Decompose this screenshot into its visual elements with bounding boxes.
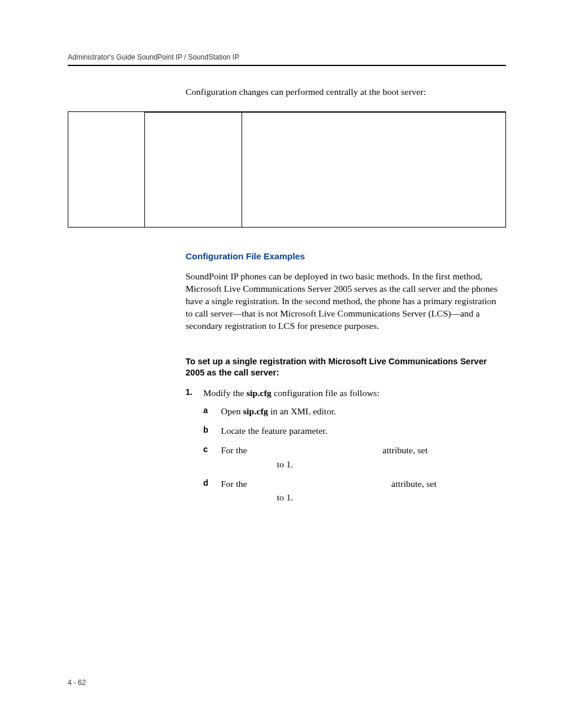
text: to 1. [277, 492, 293, 502]
text: configuration file as follows: [272, 388, 379, 398]
config-table [68, 111, 506, 228]
text: Modify the [203, 388, 246, 398]
substep-letter: a [203, 404, 208, 417]
substep-text: Open sip.cfg in an XML editor. [221, 406, 336, 416]
list-item: d For theattribute, set to 1. [203, 477, 500, 505]
filename: sip.cfg [246, 388, 272, 398]
text: in an XML editor. [268, 406, 336, 416]
text: For the [221, 479, 247, 489]
text: Open [221, 406, 243, 416]
substep-text: For theattribute, set to 1. [221, 445, 428, 469]
list-item: c For theattribute, set to 1. [203, 443, 500, 471]
text: attribute, set [382, 445, 428, 455]
filename: sip.cfg [243, 406, 268, 416]
section-heading-examples: Configuration File Examples [186, 251, 500, 261]
procedure-title: To set up a single registration with Mic… [186, 356, 500, 379]
substep-letter: c [203, 443, 208, 456]
lettered-list: a Open sip.cfg in an XML editor. b Locat… [203, 404, 500, 505]
list-item: a Open sip.cfg in an XML editor. [203, 404, 500, 418]
step-text: Modify the sip.cfg configuration file as… [203, 388, 379, 398]
substep-letter: b [203, 424, 209, 436]
header-rule [68, 65, 506, 66]
list-item: 1. Modify the sip.cfg configuration file… [186, 386, 500, 505]
substep-text: For theattribute, set to 1. [221, 479, 437, 502]
text: attribute, set [391, 479, 437, 489]
text: to 1. [277, 459, 293, 469]
substep-text: Locate the feature parameter. [221, 426, 328, 436]
page-number: 4 - 62 [68, 678, 86, 687]
substep-letter: d [203, 477, 209, 489]
numbered-list: 1. Modify the sip.cfg configuration file… [186, 386, 500, 505]
list-item: b Locate the feature parameter. [203, 424, 500, 437]
text: For the [221, 445, 247, 455]
intro-text: Configuration changes can performed cent… [186, 86, 500, 98]
step-number: 1. [186, 386, 193, 398]
examples-body: SoundPoint IP phones can be deployed in … [186, 271, 500, 332]
running-header: Administrator's Guide SoundPoint IP / So… [68, 53, 506, 61]
